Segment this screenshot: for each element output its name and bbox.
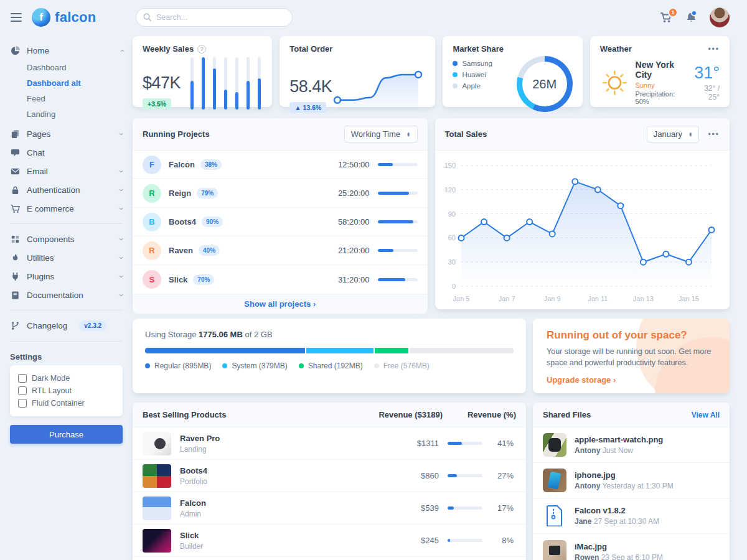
shared-dot bbox=[299, 363, 304, 368]
sidebar-item-pages[interactable]: Pages › bbox=[0, 124, 133, 143]
file-row[interactable]: Falcon v1.8.2 Jane 27 Sep at 10:30 AM bbox=[533, 498, 730, 534]
rtl-layout-checkbox[interactable] bbox=[18, 386, 27, 395]
svg-text:Jan 7: Jan 7 bbox=[498, 295, 515, 302]
sidebar-item-label: Authentication bbox=[27, 185, 80, 195]
project-row: R Reign 79% 25:20:00 bbox=[133, 179, 428, 208]
sidebar-item-label: Components bbox=[27, 235, 75, 244]
question-icon[interactable] bbox=[197, 45, 206, 54]
rtl-layout-label: RTL Layout bbox=[32, 386, 72, 395]
ellipsis-icon[interactable] bbox=[708, 45, 720, 53]
sidebar-item-plugins[interactable]: Plugins › bbox=[0, 267, 133, 286]
sidebar-item-chat[interactable]: Chat bbox=[0, 143, 133, 162]
card-title: Market Share bbox=[453, 44, 504, 54]
sidebar-item-authentication[interactable]: Authentication › bbox=[0, 180, 133, 199]
weekly-sales-badge: +3.5% bbox=[143, 98, 171, 110]
revenue-bar bbox=[448, 442, 482, 445]
lock-icon bbox=[10, 185, 20, 195]
divider bbox=[10, 310, 123, 310]
brand-name: falcon bbox=[55, 9, 96, 26]
month-select[interactable]: January ▲▼ bbox=[647, 126, 700, 142]
svg-text:Jan 11: Jan 11 bbox=[588, 295, 608, 302]
revenue-bar bbox=[448, 474, 482, 477]
chat-icon bbox=[10, 147, 20, 157]
notifications-button[interactable] bbox=[685, 12, 697, 24]
sidebar-item-landing[interactable]: Landing bbox=[0, 106, 133, 122]
ellipsis-icon[interactable] bbox=[708, 131, 720, 138]
cart-icon bbox=[10, 203, 20, 213]
revenue-column-header: Revenue ($3189) bbox=[349, 410, 443, 419]
sort-arrows-icon: ▲▼ bbox=[688, 132, 692, 137]
sidebar-item-dashboard[interactable]: Dashboard bbox=[0, 60, 133, 75]
sidebar-item-dashboard-alt[interactable]: Dashboard alt bbox=[0, 75, 133, 91]
sidebar-item-home[interactable]: Home › bbox=[0, 41, 133, 60]
divider bbox=[10, 223, 123, 224]
regular-dot bbox=[145, 363, 150, 368]
purchase-button[interactable]: Purchase bbox=[10, 425, 123, 444]
svg-text:Jan 5: Jan 5 bbox=[453, 295, 469, 302]
revenue-bar bbox=[448, 506, 482, 510]
chevron-down-icon: › bbox=[116, 256, 126, 259]
app: f falcon Home › Dashboard Dashboard alt … bbox=[0, 0, 747, 560]
plug-icon bbox=[10, 271, 20, 281]
fluid-container-checkbox[interactable] bbox=[18, 399, 27, 408]
sidebar-item-components[interactable]: Components › bbox=[0, 230, 133, 248]
upgrade-storage-link[interactable]: Upgrade storage › bbox=[547, 375, 616, 385]
file-thumbnail bbox=[543, 469, 566, 492]
chevron-down-icon: › bbox=[116, 275, 126, 278]
hamburger-menu-icon[interactable] bbox=[9, 11, 23, 24]
zip-file-icon bbox=[543, 504, 566, 528]
svg-text:Jan 9: Jan 9 bbox=[543, 295, 560, 302]
weather-range: 32° / 25° bbox=[693, 84, 720, 101]
sidebar-item-documentation[interactable]: Documentation › bbox=[0, 286, 133, 304]
storage-legend: Regular (895MB) System (379MB) Shared (1… bbox=[145, 362, 514, 370]
percent-column-header: Revenue (%) bbox=[443, 410, 516, 419]
sidebar-item-label: Changelog bbox=[27, 321, 67, 330]
file-row[interactable]: iphone.jpg Antony Yesterday at 1:30 PM bbox=[533, 463, 730, 498]
code-branch-icon bbox=[10, 321, 20, 331]
dark-mode-label: Dark Mode bbox=[32, 374, 70, 383]
sidebar-item-email[interactable]: Email › bbox=[0, 162, 133, 180]
chevron-down-icon: › bbox=[116, 238, 126, 240]
market-share-card: Market Share Samsung Huawei Apple 26M bbox=[443, 36, 582, 107]
topbar-icons: 1 bbox=[660, 7, 730, 27]
dark-mode-checkbox[interactable] bbox=[18, 374, 27, 383]
card-title: Total Order bbox=[289, 44, 332, 54]
weekly-sales-card: Weekly Sales $47K +3.5% bbox=[133, 36, 272, 107]
working-time-select[interactable]: Working Time ▲▼ bbox=[344, 126, 418, 142]
product-row: FalconAdmin $53917% bbox=[133, 492, 526, 525]
file-row[interactable]: iMac.jpg Rowen 23 Sep at 6:10 PM bbox=[533, 534, 730, 560]
sidebar-item-ecommerce[interactable]: E commerce › bbox=[0, 199, 133, 218]
cart-count-badge: 1 bbox=[668, 7, 678, 17]
show-all-projects-link[interactable]: Show all projects › bbox=[244, 299, 316, 309]
user-avatar[interactable] bbox=[710, 7, 730, 27]
sidebar-item-changelog[interactable]: Changelog v2.3.2 bbox=[0, 316, 133, 335]
sidebar-item-feed[interactable]: Feed bbox=[0, 91, 133, 106]
project-list: F Falcon 38% 12:50:00 R Reign 79% 25:20:… bbox=[133, 151, 428, 294]
brand-logo[interactable]: f falcon bbox=[32, 8, 96, 27]
project-avatar: F bbox=[143, 156, 161, 174]
chevron-down-icon: › bbox=[116, 133, 126, 135]
market-share-total: 26M bbox=[532, 77, 557, 91]
progress-bar bbox=[378, 163, 418, 166]
version-badge: v2.3.2 bbox=[79, 320, 106, 331]
search-box bbox=[136, 8, 293, 27]
sun-icon bbox=[600, 67, 629, 99]
search-input[interactable] bbox=[136, 8, 293, 27]
project-avatar: R bbox=[143, 184, 161, 203]
storage-card: Using Storage 1775.06 MB of 2 GB Regular… bbox=[133, 319, 526, 393]
card-title: Running Projects bbox=[143, 129, 210, 139]
file-row[interactable]: apple-smart-watch.png Antony Just Now bbox=[533, 427, 730, 463]
flame-icon bbox=[10, 253, 20, 263]
product-thumbnail bbox=[143, 432, 171, 455]
divider bbox=[10, 341, 123, 342]
cart-button[interactable]: 1 bbox=[660, 12, 673, 23]
product-thumbnail bbox=[143, 529, 171, 553]
sidebar-item-label: Home bbox=[27, 46, 49, 55]
sidebar-item-utilities[interactable]: Utilities › bbox=[0, 248, 133, 267]
storage-segment-shared bbox=[375, 348, 410, 353]
chevron-up-icon: › bbox=[116, 49, 126, 52]
project-avatar: B bbox=[143, 213, 161, 231]
storage-bar bbox=[145, 348, 514, 353]
view-all-link[interactable]: View All bbox=[692, 411, 720, 419]
shared-files-card: Shared Files View All apple-smart-watch.… bbox=[533, 403, 730, 560]
